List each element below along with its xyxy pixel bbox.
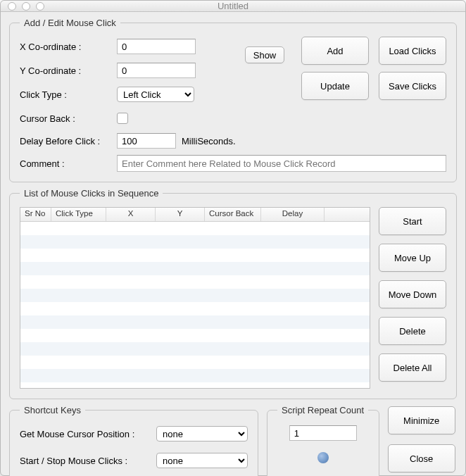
table-row[interactable] [20, 302, 370, 315]
startstop-select[interactable]: none [156, 453, 248, 468]
minimize-button[interactable]: Minimize [388, 406, 455, 434]
getpos-select[interactable]: none [156, 426, 248, 441]
col-y[interactable]: Y [156, 208, 205, 221]
load-clicks-button[interactable]: Load Clicks [379, 37, 446, 65]
delay-label: Delay Before Click : [20, 136, 111, 146]
zoom-window-icon[interactable] [36, 2, 44, 11]
col-cursorback[interactable]: Cursor Back [205, 208, 261, 221]
y-coord-input[interactable] [117, 63, 196, 78]
comment-input[interactable] [117, 155, 446, 172]
y-coord-label: Y Co-ordinate : [20, 65, 111, 76]
table-row[interactable] [20, 262, 370, 275]
getpos-label: Get Mouse Cursor Position : [20, 429, 151, 439]
table-row[interactable] [20, 342, 370, 356]
move-down-button[interactable]: Move Down [379, 280, 446, 308]
repeat-group: Script Repeat Count [267, 405, 379, 476]
update-button[interactable]: Update [301, 72, 369, 100]
move-up-button[interactable]: Move Up [379, 244, 446, 272]
col-spacer [325, 208, 370, 221]
repeat-legend: Script Repeat Count [277, 405, 368, 415]
table-row[interactable] [20, 329, 370, 342]
list-legend: List of Mouse Clicks in Sequence [20, 188, 163, 199]
table-row[interactable] [20, 249, 370, 262]
shortcut-keys-group: Shortcut Keys Get Mouse Cursor Position … [9, 405, 258, 476]
col-delay[interactable]: Delay [261, 208, 325, 221]
click-type-label: Click Type : [20, 89, 111, 100]
table-row[interactable] [20, 235, 370, 249]
delay-unit-label: MilliSeconds. [182, 136, 236, 146]
table-row[interactable] [20, 382, 370, 388]
table-row[interactable] [20, 275, 370, 289]
app-window: Untitled Add / Edit Mouse Click X Co-ord… [0, 0, 466, 476]
col-srno[interactable]: Sr No [20, 208, 51, 221]
add-button[interactable]: Add [301, 37, 369, 65]
table-row[interactable] [20, 356, 370, 369]
titlebar: Untitled [1, 1, 465, 12]
table-row[interactable] [20, 315, 370, 329]
x-coord-input[interactable] [117, 39, 196, 54]
add-edit-group: Add / Edit Mouse Click X Co-ordinate : Y… [9, 18, 457, 182]
cursor-back-label: Cursor Back : [20, 113, 111, 124]
add-edit-legend: Add / Edit Mouse Click [20, 18, 120, 28]
show-button[interactable]: Show [245, 46, 284, 63]
window-title: Untitled [1, 1, 465, 11]
start-button[interactable]: Start [379, 207, 446, 235]
delay-input[interactable] [117, 133, 176, 149]
close-window-icon[interactable] [8, 2, 16, 11]
cursor-back-checkbox[interactable] [117, 113, 128, 124]
delete-all-button[interactable]: Delete All [379, 353, 446, 382]
status-led-icon [317, 452, 329, 463]
col-clicktype[interactable]: Click Type [51, 208, 106, 221]
save-clicks-button[interactable]: Save Clicks [379, 72, 446, 100]
table-header: Sr No Click Type X Y Cursor Back Delay [20, 208, 370, 222]
x-coord-label: X Co-ordinate : [20, 42, 111, 52]
delete-button[interactable]: Delete [379, 317, 446, 345]
window-controls [8, 2, 44, 11]
table-body [20, 222, 370, 388]
table-row[interactable] [20, 369, 370, 382]
table-row[interactable] [20, 289, 370, 302]
comment-label: Comment : [20, 158, 111, 169]
clicks-table[interactable]: Sr No Click Type X Y Cursor Back Delay [20, 207, 370, 389]
startstop-label: Start / Stop Mouse Clicks : [20, 456, 151, 466]
shortcut-keys-legend: Shortcut Keys [20, 405, 85, 415]
click-type-select[interactable]: Left Click [117, 87, 194, 102]
col-x[interactable]: X [106, 208, 156, 221]
close-button[interactable]: Close [388, 444, 455, 472]
list-group: List of Mouse Clicks in Sequence Sr No C… [9, 188, 457, 399]
content-area: Add / Edit Mouse Click X Co-ordinate : Y… [1, 12, 465, 476]
minimize-window-icon[interactable] [22, 2, 30, 11]
repeat-count-input[interactable] [289, 425, 357, 441]
table-row[interactable] [20, 222, 370, 235]
